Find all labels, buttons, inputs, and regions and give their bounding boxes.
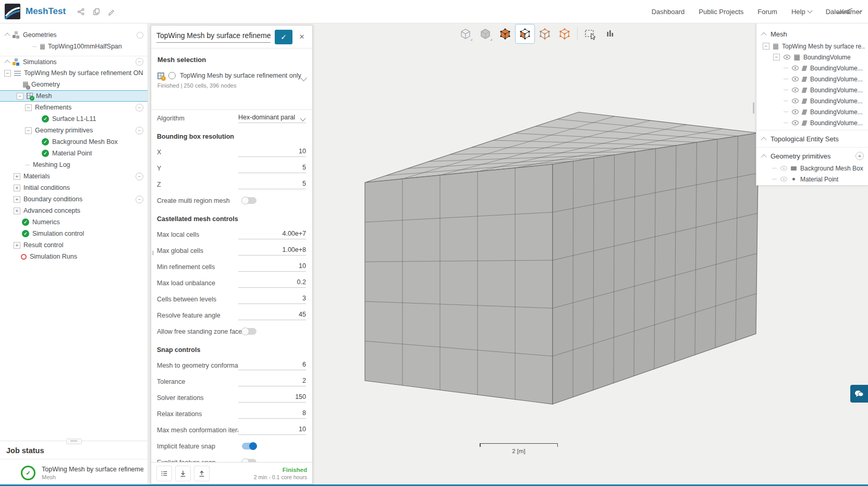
scene-tree-item[interactable]: − TopWing Mesh by surface re... [756,41,868,52]
geometry-primitives-header[interactable]: Geometry primitives [756,147,868,163]
toggle-switch[interactable] [242,328,256,335]
field-value-input[interactable]: 150 [238,393,306,403]
tree-item[interactable]: − TopWing Mesh by surface refinement ONL… [0,67,148,79]
tree-item[interactable]: Material Point [0,148,148,159]
expander-icon[interactable]: + [14,196,20,203]
tree-item-badge[interactable] [137,32,143,39]
visibility-eye-icon[interactable] [792,77,799,81]
tree-item[interactable]: Geometries [0,29,148,41]
scene-tree-item[interactable]: BoundingVolume... [756,95,868,106]
tree-item[interactable]: Numerics [0,216,148,228]
collapse-caret-icon[interactable] [761,154,766,160]
field-value-input[interactable]: 6 [238,361,306,370]
visibility-eye-icon[interactable] [792,66,799,70]
toggle-switch[interactable] [242,443,256,449]
meshing-log-button[interactable] [156,466,172,481]
download-button[interactable] [175,466,191,481]
field-value-input[interactable]: 1.00e+8 [238,246,306,256]
field-value-input[interactable]: 5 [238,180,306,189]
scene-tree-item[interactable]: BoundingVolume... [756,74,868,84]
user-avatar-image[interactable] [835,7,854,16]
tree-item[interactable]: Simulation control [0,228,148,239]
field-value-input[interactable]: Hex-dominant paral [238,114,306,123]
right-panel-scrollbar[interactable] [753,102,754,114]
tree-item-badge[interactable] [136,173,143,180]
mesh-section-header[interactable]: Mesh [756,27,868,41]
collapse-caret-icon[interactable] [761,32,766,38]
apply-button[interactable] [275,30,292,44]
tree-item[interactable]: Surface L1-L11 [0,113,148,125]
nav-item[interactable]: Help [791,8,812,16]
visibility-eye-icon[interactable] [792,88,799,92]
mesh-clip-button[interactable] [600,24,620,44]
wireframe-view-button[interactable] [456,24,475,44]
scene-tree-item[interactable]: − BoundingVolume [756,52,868,63]
field-value-input[interactable]: 10 [238,426,306,435]
panel-resize-handle[interactable] [66,439,82,444]
tree-item[interactable]: + Initial conditions [0,182,148,193]
add-primitive-button[interactable] [855,152,864,160]
tree-item[interactable]: + Result control [0,239,148,251]
surface-edges-view-button[interactable] [515,24,535,44]
field-value-input[interactable]: 2 [238,377,306,386]
tree-item-badge[interactable] [136,127,143,135]
expander-icon[interactable]: − [25,104,32,111]
expander-icon[interactable]: + [14,208,20,214]
visibility-eye-icon[interactable] [780,166,787,171]
visibility-eye-icon[interactable] [792,99,799,103]
tree-item[interactable]: Simulations [0,56,148,67]
field-value-input[interactable]: 3 [238,295,306,304]
scene-tree-item[interactable]: Background Mesh Box [756,163,868,174]
expander-icon[interactable]: − [17,93,23,100]
vertices-view-button[interactable] [535,24,555,44]
tree-item-badge[interactable] [136,104,143,112]
scene-tree-item[interactable]: BoundingVolume... [756,84,868,95]
tree-item[interactable]: + Materials [0,171,148,182]
expander-icon[interactable]: − [25,127,32,134]
field-value-input[interactable]: 4.00e+7 [238,230,306,239]
surface-view-button[interactable] [495,24,515,44]
nav-item[interactable]: Dashboard [652,8,685,16]
scene-tree-item[interactable]: Material Point [756,174,868,185]
tree-item[interactable]: − Mesh [0,90,148,102]
expander-icon[interactable]: + [14,242,20,249]
close-panel-button[interactable] [297,30,307,44]
account-chevron-down-icon[interactable] [858,8,863,14]
visibility-eye-icon[interactable] [792,110,799,114]
tree-item[interactable]: + Advanced concepts [0,205,148,216]
tree-item[interactable]: Meshing Log [0,159,148,171]
tree-item[interactable]: TopWing100mmHalfSpan [0,41,148,52]
expander-icon[interactable]: − [763,43,769,50]
edit-icon[interactable] [107,8,115,16]
visibility-eye-icon[interactable] [784,55,790,59]
field-value-input[interactable]: 5 [238,164,306,173]
expander-icon[interactable]: + [14,185,20,191]
expander-icon[interactable]: + [14,173,20,180]
solid-view-button[interactable] [475,24,495,44]
expander-icon[interactable]: − [773,54,780,60]
nav-item[interactable]: Forum [757,8,777,16]
box-select-button[interactable] [580,24,600,44]
copy-icon[interactable] [92,8,100,16]
scene-tree-item[interactable]: BoundingVolume... [756,63,868,74]
scene-tree-item[interactable]: BoundingVolume... [756,117,868,128]
panel-title-input[interactable]: TopWing Mesh by surface refinement... [156,31,271,43]
tree-item-badge[interactable] [136,58,143,66]
tree-item[interactable]: + Boundary conditions [0,193,148,205]
tree-item[interactable]: − Refinements [0,102,148,113]
share-icon[interactable] [77,8,85,16]
field-value-input[interactable]: 8 [238,409,306,419]
visibility-eye-icon[interactable] [792,120,799,125]
tree-item-badge[interactable] [136,196,143,203]
tree-item[interactable]: − Geometry primitives [0,125,148,136]
tree-item[interactable]: Geometry [0,79,148,90]
field-value-input[interactable]: 45 [238,311,306,320]
field-value-input[interactable]: 0.2 [238,278,306,288]
mesh-selection-option[interactable]: TopWing Mesh by surface refinement only [157,72,306,79]
field-value-input[interactable]: 10 [238,262,306,272]
scene-tree-item[interactable]: BoundingVolume... [756,106,868,117]
field-value-input[interactable]: 10 [238,148,306,157]
visibility-eye-icon[interactable] [780,177,787,181]
upload-button[interactable] [194,466,210,481]
collapse-caret-icon[interactable] [4,59,10,65]
